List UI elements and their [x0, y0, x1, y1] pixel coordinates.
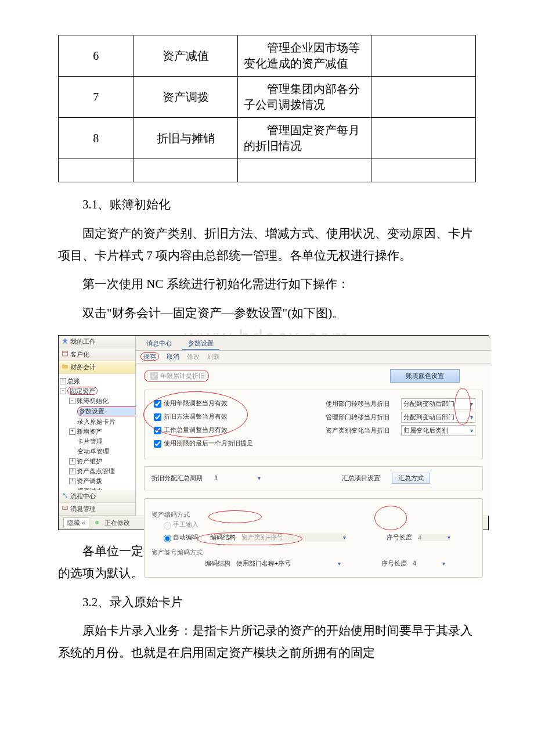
collapse-icon[interactable]: -	[60, 388, 66, 394]
caiwu-panel-selected[interactable]: 财务会计	[59, 361, 135, 374]
lab-mgmtdept: 管理部门转移当月折旧	[326, 413, 401, 422]
svg-marker-0	[62, 338, 68, 344]
tree-item[interactable]: 资产调拨	[77, 477, 102, 484]
tree-item[interactable]: 账簿初始化	[77, 397, 109, 404]
tree-item[interactable]: 资产盘点管理	[77, 467, 115, 474]
feature-table: 6 资产减值 管理企业因市场等变化造成的资产减值 7 资产调拨 管理集团内部各分…	[58, 35, 476, 182]
expand-icon[interactable]: +	[69, 478, 75, 484]
section-title-32: 3.2、录入原始卡片	[58, 592, 476, 614]
huizong-button[interactable]: 汇总方式	[392, 473, 430, 484]
tree-gdzc[interactable]: 固定资产	[67, 387, 98, 395]
select-usedept[interactable]: 分配到变动后部门▾	[401, 398, 475, 409]
lab-category: 资产类别变化当月折旧	[326, 426, 401, 435]
tab-bar: 消息中心 参数设置	[136, 336, 491, 351]
lab-huizong: 汇总项目设置	[342, 474, 380, 483]
star-icon	[62, 337, 68, 344]
chevron-down-icon: ▾	[448, 534, 450, 541]
refresh-button: 刷新	[207, 353, 220, 360]
color-settings-button[interactable]: 账表颜色设置	[390, 369, 460, 383]
app-screenshot: 我的工作 客户化 财务会计 +总账 -固定资产 -账簿初始化 参数设置 录入原始…	[58, 335, 489, 530]
row-name: 资产减值	[134, 35, 238, 77]
select-xhlen2[interactable]: 4▾	[413, 560, 445, 567]
xiaoxi-panel[interactable]: 消息管理	[59, 503, 135, 516]
svg-rect-1	[63, 351, 68, 356]
tab-msg[interactable]: 消息中心	[140, 338, 178, 350]
main-pane: 消息中心 参数设置 保存 取消 修改 刷新 年限累计提折旧 账表颜色设	[136, 336, 491, 516]
para: 双击"财务会计—固定资产—参数设置"(如下图)。	[58, 303, 476, 325]
lab-xhlen: 序号长度	[387, 533, 412, 542]
message-icon	[62, 505, 68, 512]
xiaoxi-label: 消息管理	[70, 505, 96, 512]
select-mgmtdept[interactable]: 分配到变动后部门▾	[401, 412, 475, 423]
chevron-down-icon: ▾	[338, 560, 341, 567]
check-uselife[interactable]: 使用年限调整当月有效	[151, 398, 302, 409]
calendar-icon	[62, 350, 68, 357]
kehu-panel[interactable]: 客户化	[59, 348, 135, 361]
mywork-panel[interactable]: 我的工作	[59, 336, 135, 348]
save-button[interactable]: 保存	[140, 352, 159, 361]
expand-icon[interactable]: +	[69, 429, 75, 435]
select-category[interactable]: 归属变化后类别▾	[401, 425, 475, 436]
expand-icon[interactable]: +	[69, 458, 75, 465]
table-row-empty	[59, 159, 476, 182]
section-title-31: 3.1、账簿初始化	[58, 194, 476, 216]
svg-line-5	[64, 494, 67, 496]
sec1-label: 资产编码方式	[151, 510, 475, 519]
expand-icon[interactable]: +	[60, 378, 66, 384]
edit-button: 修改	[187, 353, 200, 360]
table-row: 8 折旧与摊销 管理固定资产每月的折旧情况	[59, 118, 476, 159]
para: 固定资产的资产类别、折旧方法、增减方式、使用状况、变动原因、卡片项目、卡片样式 …	[58, 223, 476, 267]
hide-button[interactable]: 隐藏 «	[63, 517, 89, 528]
chevron-down-icon: ▾	[343, 534, 346, 541]
chevron-down-icon: ▾	[470, 427, 473, 434]
cancel-button[interactable]: 取消	[167, 353, 179, 360]
liucheng-label: 流程中心	[70, 492, 96, 499]
radio-auto[interactable]: 自动编码	[161, 533, 199, 542]
toolbar: 保存 取消 修改 刷新	[136, 351, 491, 363]
select-bmstruct2[interactable]: 使用部门名称+序号▾	[236, 559, 341, 568]
row-name: 资产调拨	[134, 77, 238, 118]
select-zhejiu[interactable]: 1▾	[214, 474, 261, 481]
chevron-down-icon: ▾	[258, 475, 261, 481]
mywork-label: 我的工作	[70, 338, 96, 345]
tree-item[interactable]: 资产维护	[77, 458, 102, 465]
left-pane: 我的工作 客户化 财务会计 +总账 -固定资产 -账簿初始化 参数设置 录入原始…	[59, 336, 136, 516]
row-name: 折旧与摊销	[134, 118, 238, 159]
svg-rect-3	[63, 493, 64, 495]
yearly-check: 年限累计提折旧	[144, 370, 209, 382]
row-num: 7	[59, 77, 134, 118]
expand-icon[interactable]: +	[69, 468, 75, 474]
row-desc: 管理企业因市场等变化造成的资产减值	[238, 35, 371, 77]
kehu-label: 客户化	[70, 351, 89, 358]
para: 第一次使用 NC 系统进行初始化需进行如下操作：	[58, 273, 476, 296]
tree-item[interactable]: 变动单管理	[77, 448, 109, 455]
checkbox-icon	[150, 372, 158, 380]
lab-zhejiu: 折旧分配汇总周期	[151, 474, 203, 483]
liucheng-panel[interactable]: 流程中心	[59, 490, 135, 503]
check-workload[interactable]: 工作总量调整当月有效	[151, 425, 302, 436]
flow-icon	[62, 492, 68, 499]
check-method[interactable]: 折旧方法调整当月有效	[151, 412, 302, 423]
tree-zongzhang[interactable]: 总账	[67, 377, 80, 384]
tab-param[interactable]: 参数设置	[182, 338, 219, 350]
table-row: 6 资产减值 管理企业因市场等变化造成的资产减值	[59, 35, 476, 77]
lab-bmstruct2: 编码结构	[205, 559, 230, 568]
folder-icon	[62, 363, 68, 370]
para: 原始卡片录入业务：是指卡片所记录的资产的开始使用时间要早于其录入系统的月份。也就…	[58, 620, 476, 664]
select-xhlen: 4▾	[418, 534, 450, 541]
tree-item-param[interactable]: 参数设置	[77, 406, 135, 416]
chevron-down-icon: ▾	[470, 401, 473, 407]
status-text: 正在修改	[104, 519, 130, 527]
tree-item[interactable]: 录入原始卡片	[77, 418, 116, 425]
caiwu-label: 财务会计	[70, 363, 96, 370]
tree-item[interactable]: 卡片管理	[77, 438, 103, 445]
tree-item[interactable]: 新增资产	[77, 428, 102, 435]
radio-manual[interactable]: 手工输入	[161, 520, 199, 530]
row-num: 6	[59, 35, 134, 77]
collapse-icon[interactable]: -	[69, 398, 75, 404]
status-dot-icon	[95, 521, 99, 524]
row-desc: 管理集团内部各分子公司调拨情况	[238, 77, 371, 118]
nav-tree: +总账 -固定资产 -账簿初始化 参数设置 录入原始卡片 +新增资产 卡片管理 …	[59, 374, 135, 490]
check-lastmonth[interactable]: 使用期限的最后一个月折旧提足	[151, 438, 302, 449]
lab-usedept: 使用部门转移当月折旧	[326, 399, 401, 408]
